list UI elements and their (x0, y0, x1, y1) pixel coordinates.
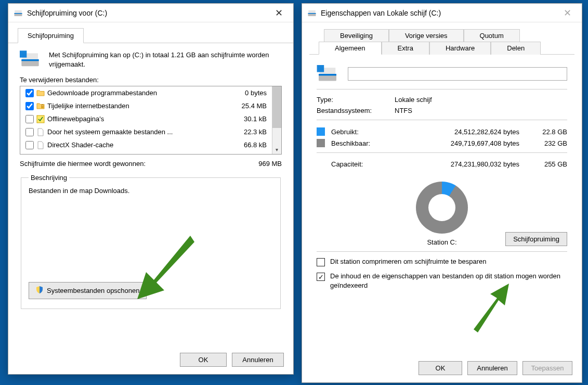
tab-extra[interactable]: Extra (382, 42, 429, 55)
used-gb: 22.8 GB (530, 128, 567, 136)
svg-rect-14 (319, 74, 336, 75)
gain-value: 969 MB (258, 160, 282, 168)
type-value: Lokale schijf (395, 96, 432, 104)
file-size: 30.1 kB (228, 115, 269, 123)
file-size: 25.4 MB (228, 102, 269, 110)
file-name: Gedownloade programmabestanden (47, 89, 228, 97)
scroll-thumb[interactable] (272, 86, 281, 128)
usage-donut-chart (416, 182, 468, 234)
svg-rect-2 (15, 10, 22, 12)
svg-rect-12 (308, 10, 316, 12)
description-text: Bestanden in de map Downloads. (29, 187, 273, 195)
tab-security[interactable]: Beveiliging (324, 29, 389, 42)
intro-text: Met Schijfopruiming kan op (C:) in totaa… (49, 50, 282, 69)
list-item[interactable]: Door het systeem gemaakte bestanden ... … (20, 125, 272, 138)
apply-button[interactable]: Toepassen (522, 361, 572, 375)
file-list: Gedownloade programmabestanden 0 bytes T… (20, 86, 282, 155)
list-item[interactable]: Tijdelijke internetbestanden 25.4 MB (20, 99, 272, 112)
file-size: 22.3 kB (228, 128, 269, 136)
close-icon[interactable]: ✕ (268, 6, 289, 20)
svg-rect-7 (41, 106, 44, 108)
cancel-button[interactable]: Annuleren (232, 353, 284, 367)
description-legend: Beschrijving (29, 174, 69, 182)
used-bytes: 24,512,282,624 bytes (388, 128, 530, 136)
tab-strip: Schijfopruiming (8, 22, 293, 43)
capacity-label: Capaciteit: (317, 160, 388, 168)
file-size: 66.8 kB (228, 141, 269, 149)
folder-icon (36, 88, 45, 98)
gain-label: Schijfruimte die hiermee wordt gewonnen: (20, 160, 146, 168)
ok-button[interactable]: OK (419, 361, 462, 375)
filesystem-label: Bestandssysteem: (317, 107, 395, 114)
used-swatch (317, 127, 325, 136)
capacity-bytes: 274,231,980,032 bytes (388, 160, 530, 168)
file-icon (36, 127, 45, 137)
list-item[interactable]: DirectX Shader-cache 66.8 kB (20, 138, 272, 151)
svg-rect-8 (37, 116, 44, 123)
chevron-down-icon[interactable]: ▾ (272, 145, 281, 154)
file-checkbox[interactable] (25, 115, 34, 123)
svg-rect-1 (15, 13, 22, 14)
file-checkbox[interactable] (25, 141, 34, 149)
annotation-arrow (133, 230, 195, 303)
compress-checkbox[interactable] (317, 258, 325, 266)
free-gb: 232 GB (530, 139, 567, 147)
svg-rect-16 (317, 65, 324, 72)
scrollbar[interactable]: ▾ (272, 86, 281, 154)
tab-general[interactable]: Algemeen (319, 42, 382, 55)
window-title: Eigenschappen van Lokale schijf (C:) (321, 9, 557, 17)
offline-icon (36, 114, 45, 124)
tab-cleanup[interactable]: Schijfopruiming (18, 28, 84, 43)
drive-name-input[interactable] (348, 67, 567, 81)
folder-lock-icon (36, 101, 45, 111)
used-label: Gebruikt: (331, 128, 388, 136)
file-name: Offlinewebpagina's (47, 115, 228, 123)
file-name: DirectX Shader-cache (47, 141, 228, 149)
list-label: Te verwijderen bestanden: (20, 76, 282, 84)
annotation-arrow (468, 283, 515, 335)
free-bytes: 249,719,697,408 bytes (388, 139, 530, 147)
tab-quota[interactable]: Quotum (464, 29, 520, 42)
tab-sharing[interactable]: Delen (491, 42, 541, 55)
list-item[interactable]: Gedownloade programmabestanden 0 bytes (20, 86, 272, 99)
disk-cleanup-dialog: Schijfopruiming voor (C:) ✕ Schijfopruim… (8, 3, 294, 375)
disk-cleanup-button[interactable]: Schijfopruiming (505, 232, 567, 246)
tab-hardware[interactable]: Hardware (429, 42, 491, 55)
window-title: Schijfopruiming voor (C:) (27, 9, 268, 17)
file-checkbox[interactable] (25, 89, 34, 97)
type-label: Type: (317, 96, 395, 104)
svg-marker-9 (137, 236, 194, 299)
drive-icon-large (20, 50, 41, 69)
filesystem-value: NTFS (395, 107, 412, 114)
svg-marker-17 (474, 284, 509, 332)
close-icon[interactable]: ✕ (557, 6, 578, 20)
file-icon (36, 140, 45, 150)
file-checkbox[interactable] (25, 128, 34, 136)
drive-icon-large (317, 65, 338, 83)
svg-rect-11 (308, 13, 316, 14)
svg-rect-4 (21, 59, 38, 61)
free-label: Beschikbaar: (331, 139, 388, 147)
titlebar: Schijfopruiming voor (C:) ✕ (8, 4, 293, 22)
drive-icon (307, 8, 317, 18)
drive-icon (14, 8, 23, 18)
clean-system-files-label: Systeembestanden opschonen (47, 287, 140, 294)
content-area: Type:Lokale schijf Bestandssysteem:NTFS … (302, 55, 582, 290)
compress-label: Dit station comprimeren om schijfruimte … (330, 257, 487, 266)
ok-button[interactable]: OK (180, 353, 227, 367)
list-item[interactable]: Offlinewebpagina's 30.1 kB (20, 112, 272, 125)
index-label: De inhoud en de eigenschappen van bestan… (330, 272, 567, 290)
file-checkbox[interactable] (25, 102, 34, 110)
free-swatch (317, 139, 325, 147)
file-name: Door het systeem gemaakte bestanden ... (47, 128, 228, 136)
file-size: 0 bytes (228, 89, 269, 97)
svg-rect-6 (20, 50, 27, 57)
clean-system-files-button[interactable]: Systeembestanden opschonen (29, 282, 147, 299)
tab-previous-versions[interactable]: Vorige versies (389, 29, 464, 42)
titlebar: Eigenschappen van Lokale schijf (C:) ✕ (302, 4, 582, 22)
file-name: Tijdelijke internetbestanden (47, 102, 228, 110)
index-checkbox[interactable] (317, 273, 325, 281)
capacity-gb: 255 GB (530, 160, 567, 168)
cancel-button[interactable]: Annuleren (467, 361, 517, 375)
drive-properties-dialog: Eigenschappen van Lokale schijf (C:) ✕ B… (302, 3, 582, 383)
